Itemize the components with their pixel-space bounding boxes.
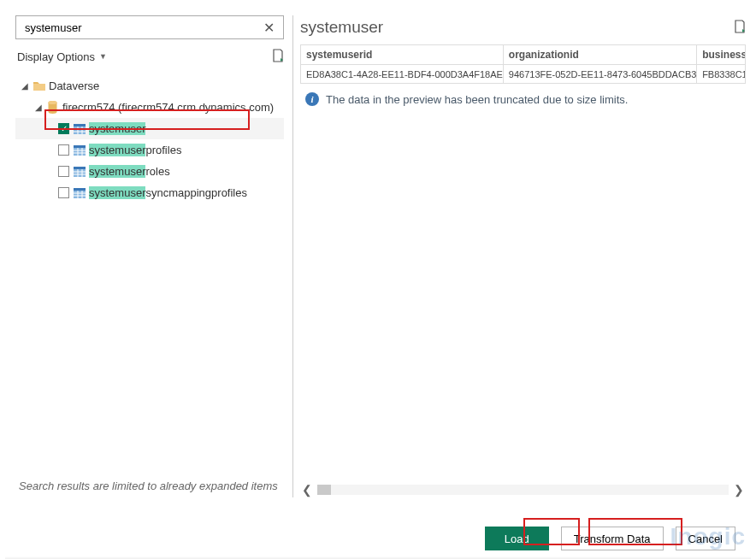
clear-search-icon[interactable]: ✕ [258, 18, 280, 38]
table-header-row: systemuserid organizationid businessu [301, 45, 746, 65]
search-scope-note: Search results are limited to already ex… [15, 476, 284, 497]
checkbox-checked-icon[interactable]: ✓ [58, 123, 69, 134]
tree-item-label: systemuser [89, 122, 145, 135]
checkbox-icon[interactable] [58, 187, 69, 198]
column-header[interactable]: businessu [697, 45, 746, 65]
search-box: ✕ [15, 15, 284, 39]
tree-connection[interactable]: ◢ firecrm574 (firecrm574.crm.dynamics.co… [15, 97, 284, 118]
table-icon [73, 187, 86, 198]
table-icon [73, 166, 86, 177]
refresh-icon[interactable] [272, 49, 284, 65]
tree-item-systemuser[interactable]: ✓ systemuser [15, 118, 284, 139]
table-cell: 946713FE-052D-EE11-8473-6045BDDACB35 [503, 65, 696, 84]
collapse-icon: ◢ [21, 81, 29, 91]
collapse-icon: ◢ [34, 103, 43, 112]
database-icon [46, 102, 59, 113]
info-icon: i [305, 92, 319, 106]
scroll-left-icon[interactable]: ❮ [302, 483, 312, 497]
tree-item-label: systemuserprofiles [89, 144, 181, 156]
preview-title: systemuser [300, 18, 383, 37]
table-icon [73, 144, 86, 156]
load-button[interactable]: Load [485, 527, 549, 550]
navigator-panel: ✕ Display Options ▼ ◢ Dataverse ◢ [15, 15, 289, 497]
display-options-button[interactable]: Display Options ▼ [17, 50, 107, 63]
panel-divider [292, 15, 293, 497]
tree-root-dataverse[interactable]: ◢ Dataverse [15, 75, 284, 97]
scroll-right-icon[interactable]: ❯ [734, 483, 744, 497]
search-input[interactable] [23, 21, 258, 35]
table-icon [73, 123, 86, 134]
svg-rect-15 [74, 167, 86, 169]
horizontal-scrollbar[interactable]: ❮ ❯ [300, 482, 746, 497]
display-options-label: Display Options [17, 50, 95, 63]
dialog-buttons: Load Transform Data Cancel [0, 527, 756, 550]
preview-panel: systemuser systemuserid organizationid b… [300, 15, 746, 497]
svg-rect-9 [74, 145, 86, 148]
tree-item-systemuserroles[interactable]: systemuserroles [15, 161, 284, 182]
folder-icon [32, 80, 45, 91]
transform-data-button[interactable]: Transform Data [561, 527, 664, 550]
tree-label: firecrm574 (firecrm574.crm.dynamics.com) [62, 101, 274, 114]
svg-rect-21 [74, 188, 86, 191]
preview-table: systemuserid organizationid businessu ED… [300, 44, 746, 84]
checkbox-icon[interactable] [58, 166, 69, 177]
scroll-thumb[interactable] [317, 485, 331, 495]
column-header[interactable]: systemuserid [301, 45, 504, 65]
tree-item-label: systemuserroles [89, 165, 170, 178]
svg-rect-3 [74, 124, 86, 127]
scroll-track[interactable] [317, 485, 729, 495]
navigator-tree: ◢ Dataverse ◢ firecrm574 (firecrm574.crm… [15, 72, 284, 203]
truncation-notice: i The data in the preview has been trunc… [300, 84, 746, 106]
column-header[interactable]: organizationid [503, 45, 696, 65]
chevron-down-icon: ▼ [99, 52, 107, 61]
info-text: The data in the preview has been truncat… [326, 93, 628, 106]
tree-item-label: systemusersyncmappingprofiles [89, 186, 247, 199]
tree-item-systemusersyncmappingprofiles[interactable]: systemusersyncmappingprofiles [15, 182, 284, 203]
table-cell: ED8A38C1-4A28-EE11-BDF4-000D3A4F18AE [301, 65, 504, 84]
cancel-button[interactable]: Cancel [676, 527, 735, 550]
table-row[interactable]: ED8A38C1-4A28-EE11-BDF4-000D3A4F18AE 946… [301, 65, 746, 84]
tree-item-systemuserprofiles[interactable]: systemuserprofiles [15, 139, 284, 161]
tree-label: Dataverse [49, 79, 99, 92]
table-cell: FB8338C1 [697, 65, 746, 84]
checkbox-icon[interactable] [58, 144, 69, 156]
svg-point-1 [49, 101, 57, 104]
refresh-preview-icon[interactable] [734, 20, 746, 36]
